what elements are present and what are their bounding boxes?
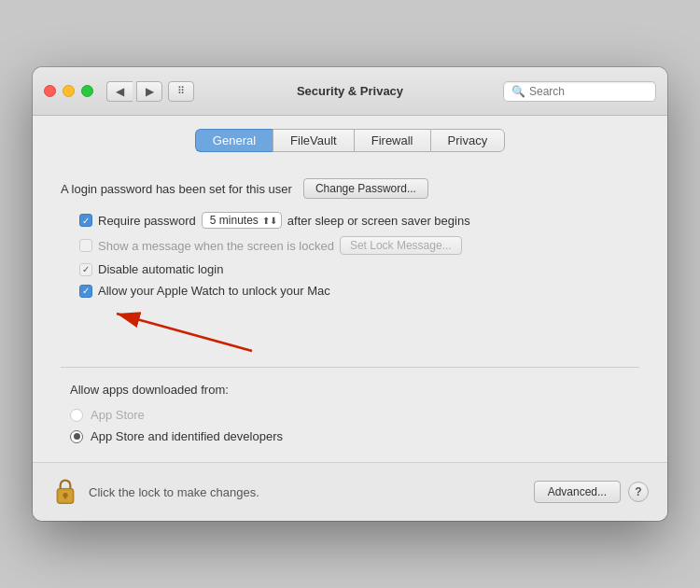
maximize-button[interactable] xyxy=(81,85,93,97)
password-time-dropdown[interactable]: 5 minutes ⬆⬇ xyxy=(202,212,282,229)
section-divider xyxy=(61,367,639,368)
disable-login-checkbox[interactable]: ✓ xyxy=(79,263,92,276)
footer: Click the lock to make changes. Advanced… xyxy=(33,462,667,521)
apple-watch-row: ✓ Allow your Apple Watch to unlock your … xyxy=(79,284,639,298)
red-arrow-icon xyxy=(89,306,257,357)
app-store-label: App Store xyxy=(91,408,145,422)
window-title: Security & Privacy xyxy=(297,84,403,98)
tab-privacy[interactable]: Privacy xyxy=(430,129,506,152)
lock-svg xyxy=(52,477,78,507)
forward-icon: ▶ xyxy=(146,85,154,98)
login-password-row: A login password has been set for this u… xyxy=(61,178,639,199)
help-button[interactable]: ? xyxy=(628,482,649,502)
app-store-identified-label: App Store and identified developers xyxy=(91,429,283,443)
lock-icon[interactable] xyxy=(51,476,79,508)
grid-button[interactable]: ⠿ xyxy=(168,81,194,102)
apple-watch-checkbox[interactable]: ✓ xyxy=(79,285,92,298)
content-area: A login password has been set for this u… xyxy=(33,163,667,443)
advanced-button[interactable]: Advanced... xyxy=(534,481,621,503)
tab-general[interactable]: General xyxy=(195,129,273,152)
tab-firewall[interactable]: Firewall xyxy=(354,129,430,152)
disable-login-row: ✓ Disable automatic login xyxy=(79,262,639,276)
app-store-radio[interactable] xyxy=(70,409,83,422)
search-box[interactable]: 🔍 xyxy=(503,81,656,102)
footer-buttons: Advanced... ? xyxy=(534,481,649,503)
radio-selected-dot xyxy=(74,433,80,440)
nav-back-button[interactable]: ◀ xyxy=(106,81,133,102)
arrow-annotation xyxy=(61,301,639,357)
nav-forward-button[interactable]: ▶ xyxy=(136,81,162,102)
apple-watch-label: Allow your Apple Watch to unlock your Ma… xyxy=(98,284,330,298)
back-icon: ◀ xyxy=(116,85,124,98)
main-window: ◀ ▶ ⠿ Security & Privacy 🔍 General FileV… xyxy=(33,67,667,521)
download-section: Allow apps downloaded from: App Store Ap… xyxy=(61,383,639,443)
require-password-checkbox[interactable]: ✓ xyxy=(79,214,92,227)
grid-icon: ⠿ xyxy=(177,85,185,97)
set-lock-message-button[interactable]: Set Lock Message... xyxy=(340,236,462,255)
lock-text: Click the lock to make changes. xyxy=(89,485,534,499)
search-input[interactable] xyxy=(529,85,648,98)
allow-apps-title: Allow apps downloaded from: xyxy=(70,383,630,397)
app-store-identified-option[interactable]: App Store and identified developers xyxy=(70,429,630,443)
show-message-row: Show a message when the screen is locked… xyxy=(79,236,639,255)
show-message-checkbox[interactable] xyxy=(79,239,92,252)
disable-login-label: Disable automatic login xyxy=(98,262,223,276)
svg-line-1 xyxy=(117,314,252,351)
app-store-identified-radio[interactable] xyxy=(70,430,83,443)
app-store-option[interactable]: App Store xyxy=(70,408,630,422)
svg-rect-5 xyxy=(64,496,66,499)
tab-filevault[interactable]: FileVault xyxy=(273,129,354,152)
minimize-button[interactable] xyxy=(63,85,75,97)
login-password-text: A login password has been set for this u… xyxy=(61,182,292,196)
traffic-lights xyxy=(44,85,93,97)
options-section: ✓ Require password 5 minutes ⬆⬇ after sl… xyxy=(61,212,639,298)
change-password-button[interactable]: Change Password... xyxy=(303,178,428,199)
after-sleep-label: after sleep or screen saver begins xyxy=(287,214,470,228)
search-icon: 🔍 xyxy=(511,85,525,98)
titlebar: ◀ ▶ ⠿ Security & Privacy 🔍 xyxy=(33,67,667,116)
dropdown-arrow-icon: ⬆⬇ xyxy=(262,216,277,226)
require-password-label: Require password xyxy=(98,214,196,228)
close-button[interactable] xyxy=(44,85,56,97)
show-message-label: Show a message when the screen is locked xyxy=(98,239,334,253)
tabs-container: General FileVault Firewall Privacy xyxy=(33,116,667,163)
require-password-row: ✓ Require password 5 minutes ⬆⬇ after sl… xyxy=(79,212,639,229)
nav-buttons: ◀ ▶ xyxy=(106,81,162,102)
